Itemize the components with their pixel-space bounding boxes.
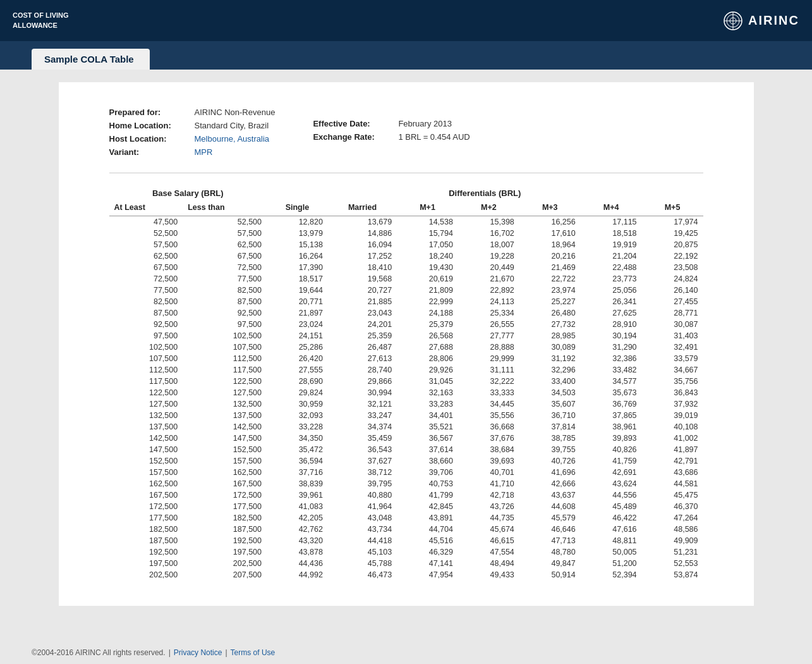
table-row: 102,500107,50025,28626,48727,68828,88830… bbox=[109, 341, 703, 353]
table-cell: 40,880 bbox=[328, 489, 397, 501]
table-cell: 43,891 bbox=[397, 512, 458, 524]
table-cell: 147,500 bbox=[183, 433, 267, 444]
table-row: 47,50052,50012,82013,67914,53815,39816,2… bbox=[109, 216, 703, 228]
table-cell: 23,043 bbox=[328, 307, 397, 319]
col-m3: M+3 bbox=[519, 200, 581, 216]
exchange-rate-row: Exchange Rate: 1 BRL = 0.454 AUD bbox=[313, 132, 470, 142]
table-cell: 28,771 bbox=[642, 307, 703, 319]
table-cell: 167,500 bbox=[183, 478, 267, 489]
table-cell: 172,500 bbox=[183, 489, 267, 501]
table-cell: 37,716 bbox=[267, 467, 328, 478]
table-row: 147,500152,50035,47236,54337,61438,68439… bbox=[109, 444, 703, 455]
table-cell: 31,290 bbox=[581, 341, 642, 353]
table-cell: 15,398 bbox=[458, 216, 519, 228]
table-cell: 122,500 bbox=[183, 376, 267, 387]
table-column-header-row: At Least Less than Single Married M+1 M+… bbox=[109, 200, 703, 216]
table-row: 202,500207,50044,99246,47347,95449,43350… bbox=[109, 569, 703, 581]
table-cell: 142,500 bbox=[183, 421, 267, 433]
table-cell: 47,264 bbox=[642, 512, 703, 524]
table-cell: 45,516 bbox=[397, 535, 458, 546]
table-cell: 21,885 bbox=[328, 296, 397, 307]
terms-of-use-link[interactable]: Terms of Use bbox=[231, 648, 276, 657]
table-cell: 82,500 bbox=[183, 285, 267, 296]
table-cell: 41,710 bbox=[458, 478, 519, 489]
table-cell: 37,865 bbox=[581, 410, 642, 421]
table-cell: 25,334 bbox=[458, 307, 519, 319]
table-cell: 42,205 bbox=[267, 512, 328, 524]
table-cell: 72,500 bbox=[109, 273, 183, 285]
table-cell: 49,847 bbox=[519, 558, 581, 569]
table-cell: 44,704 bbox=[397, 524, 458, 535]
table-cell: 77,500 bbox=[109, 285, 183, 296]
table-cell: 20,727 bbox=[328, 285, 397, 296]
table-row: 142,500147,50034,35035,45936,56737,67638… bbox=[109, 433, 703, 444]
table-cell: 47,616 bbox=[581, 524, 642, 535]
table-cell: 192,500 bbox=[109, 546, 183, 558]
table-cell: 52,394 bbox=[581, 569, 642, 581]
table-cell: 39,019 bbox=[642, 410, 703, 421]
table-cell: 16,256 bbox=[519, 216, 581, 228]
table-cell: 97,500 bbox=[183, 319, 267, 330]
table-cell: 102,500 bbox=[183, 330, 267, 341]
table-row: 157,500162,50037,71638,71239,70640,70141… bbox=[109, 467, 703, 478]
table-cell: 57,500 bbox=[109, 239, 183, 250]
table-cell: 20,449 bbox=[458, 262, 519, 273]
table-cell: 157,500 bbox=[109, 467, 183, 478]
table-cell: 41,002 bbox=[642, 433, 703, 444]
table-cell: 19,425 bbox=[642, 228, 703, 239]
table-cell: 142,500 bbox=[109, 433, 183, 444]
home-location-value: Standard City, Brazil bbox=[195, 121, 269, 130]
table-cell: 40,726 bbox=[519, 455, 581, 467]
table-cell: 36,567 bbox=[397, 433, 458, 444]
table-row: 167,500172,50039,96140,88041,79942,71843… bbox=[109, 489, 703, 501]
host-location-value: Melbourne, Australia bbox=[195, 134, 270, 144]
table-cell: 45,788 bbox=[328, 558, 397, 569]
table-cell: 92,500 bbox=[109, 319, 183, 330]
table-cell: 34,401 bbox=[397, 410, 458, 421]
prepared-for-row: Prepared for: AIRINC Non-Revenue bbox=[109, 108, 276, 117]
table-cell: 30,087 bbox=[642, 319, 703, 330]
table-row: 112,500117,50027,55528,74029,92631,11132… bbox=[109, 364, 703, 376]
table-row: 137,500142,50033,22834,37435,52136,66837… bbox=[109, 421, 703, 433]
table-cell: 21,469 bbox=[519, 262, 581, 273]
table-cell: 19,228 bbox=[458, 250, 519, 262]
table-cell: 48,494 bbox=[458, 558, 519, 569]
tab-sample-cola[interactable]: Sample COLA Table bbox=[32, 49, 150, 70]
table-cell: 77,500 bbox=[183, 273, 267, 285]
table-cell: 182,500 bbox=[183, 512, 267, 524]
table-cell: 20,619 bbox=[397, 273, 458, 285]
exchange-rate-label: Exchange Rate: bbox=[313, 132, 389, 142]
table-cell: 36,668 bbox=[458, 421, 519, 433]
col-m5: M+5 bbox=[642, 200, 703, 216]
prepared-for-value: AIRINC Non-Revenue bbox=[195, 108, 276, 117]
table-cell: 35,556 bbox=[458, 410, 519, 421]
table-cell: 177,500 bbox=[109, 512, 183, 524]
table-cell: 35,472 bbox=[267, 444, 328, 455]
table-cell: 162,500 bbox=[183, 467, 267, 478]
table-cell: 27,625 bbox=[581, 307, 642, 319]
tab-label: Sample COLA Table bbox=[44, 54, 134, 65]
effective-date-label: Effective Date: bbox=[313, 119, 389, 128]
table-row: 97,500102,50024,15125,35926,56827,77728,… bbox=[109, 330, 703, 341]
table-cell: 17,390 bbox=[267, 262, 328, 273]
prepared-for-label: Prepared for: bbox=[109, 108, 185, 117]
privacy-notice-link[interactable]: Privacy Notice bbox=[174, 648, 222, 657]
table-cell: 46,422 bbox=[581, 512, 642, 524]
table-cell: 34,503 bbox=[519, 387, 581, 398]
table-cell: 24,151 bbox=[267, 330, 328, 341]
table-cell: 38,839 bbox=[267, 478, 328, 489]
table-cell: 97,500 bbox=[109, 330, 183, 341]
table-cell: 52,500 bbox=[109, 228, 183, 239]
footer-copyright: ©2004-2016 AIRINC All rights reserved. bbox=[32, 648, 166, 657]
table-cell: 62,500 bbox=[183, 239, 267, 250]
table-cell: 14,886 bbox=[328, 228, 397, 239]
table-cell: 45,579 bbox=[519, 512, 581, 524]
table-cell: 23,024 bbox=[267, 319, 328, 330]
table-cell: 177,500 bbox=[183, 501, 267, 512]
variant-value: MPR bbox=[195, 147, 213, 157]
logo-text: AIRINC bbox=[748, 13, 799, 28]
table-cell: 36,843 bbox=[642, 387, 703, 398]
table-cell: 192,500 bbox=[183, 535, 267, 546]
variant-row: Variant: MPR bbox=[109, 147, 276, 157]
table-cell: 38,785 bbox=[519, 433, 581, 444]
